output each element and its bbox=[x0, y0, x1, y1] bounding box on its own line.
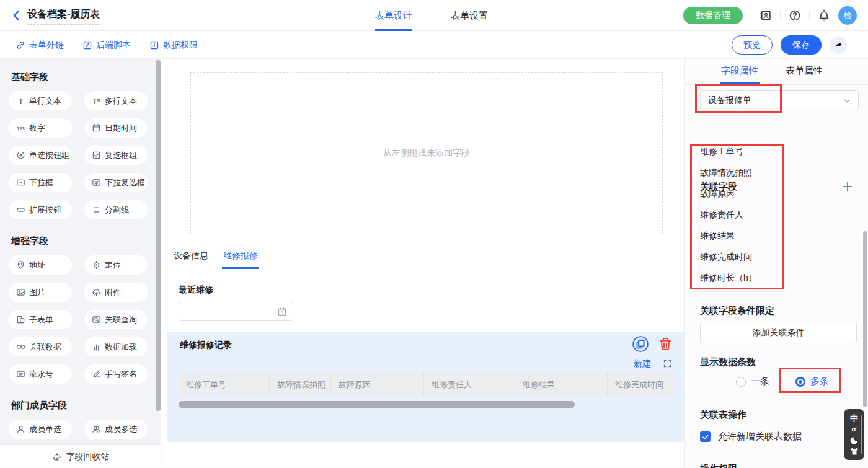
ime-language-indicator[interactable]: 中 bbox=[849, 413, 859, 423]
recent-repair-date-input[interactable]: 7 bbox=[179, 302, 293, 321]
allow-add-option[interactable]: 允许新增关联表数据 bbox=[700, 431, 802, 443]
help-icon[interactable] bbox=[789, 9, 801, 22]
field-pill-关联数据[interactable]: 关联数据 bbox=[9, 337, 72, 356]
linked-field-item[interactable]: 故障原因 bbox=[700, 183, 824, 204]
properties-tab-1[interactable]: 表单属性 bbox=[784, 59, 824, 84]
table-column-header: 维修责任人 bbox=[424, 373, 515, 396]
properties-tab-bar: 字段属性表单属性 bbox=[685, 59, 868, 85]
toolbar-link-label: 数据权限 bbox=[163, 40, 198, 51]
header-tab-1[interactable]: 表单设置 bbox=[451, 0, 488, 31]
linked-fields-list: 维修工单号故障情况拍照故障原因维修责任人维修结果维修完成时间维修时长（h） bbox=[700, 141, 824, 288]
toolbar-link-1[interactable]: 后端脚本 bbox=[82, 40, 131, 51]
field-pill-label: 关联查询 bbox=[105, 314, 137, 325]
data-manage-button[interactable]: 数据管理 bbox=[683, 7, 743, 24]
check-icon bbox=[702, 433, 709, 441]
field-pill-地址[interactable]: 地址 bbox=[9, 255, 72, 275]
page-scrollbar[interactable] bbox=[863, 231, 867, 407]
field-pill-流水号[interactable]: 流水号 bbox=[9, 364, 72, 384]
linked-field-item[interactable]: 维修责任人 bbox=[700, 204, 824, 225]
field-pill-下拉框[interactable]: 下拉框 bbox=[9, 173, 72, 192]
field-pill-扩展按钮[interactable]: 扩展按钮 bbox=[9, 200, 72, 219]
display-count-title: 显示数据条数 bbox=[700, 356, 756, 368]
repair-records-panel[interactable]: 维修报修记录 新建 维修工单号故障情况拍照故障原因维修责任人维修结果维修完成时间 bbox=[167, 332, 684, 442]
field-palette-sections: 基础字段T单行文本T多行文本123数字日期时间单选按钮组复选框组下拉框下拉复选框… bbox=[0, 59, 161, 466]
sidebar-scrollbar[interactable] bbox=[156, 60, 161, 411]
field-pill-label: 成员单选 bbox=[29, 424, 61, 435]
dark-mode-moon-icon[interactable] bbox=[849, 435, 859, 445]
field-pill-子表单[interactable]: 子表单 bbox=[9, 310, 72, 329]
canvas-tab-0[interactable]: 设备信息 bbox=[172, 250, 210, 268]
field-pill-多行文本[interactable]: T多行文本 bbox=[84, 91, 148, 110]
checkbox-group-icon bbox=[92, 151, 101, 160]
linked-form-select[interactable]: 设备报修单 bbox=[700, 90, 859, 110]
display-option-1[interactable]: 多条 bbox=[795, 376, 829, 387]
preview-button[interactable]: 预览 bbox=[732, 35, 773, 55]
field-pill-单选按钮组[interactable]: 单选按钮组 bbox=[9, 146, 72, 165]
address-book-icon[interactable] bbox=[760, 9, 772, 22]
field-pill-图片[interactable]: 图片 bbox=[9, 283, 72, 302]
copy-field-icon[interactable] bbox=[632, 336, 649, 352]
field-recycle-bin[interactable]: 字段回收站 bbox=[0, 444, 161, 468]
radio-unchecked[interactable] bbox=[736, 377, 746, 387]
divider-icon bbox=[92, 205, 101, 214]
field-pill-单行文本[interactable]: T单行文本 bbox=[9, 91, 72, 110]
properties-tab-0[interactable]: 字段属性 bbox=[720, 59, 760, 84]
field-pill-数字[interactable]: 123数字 bbox=[9, 118, 72, 138]
canvas-tab-1[interactable]: 维修报修 bbox=[222, 250, 259, 268]
save-button[interactable]: 保存 bbox=[781, 35, 822, 55]
toolbar-link-0[interactable]: 表单外链 bbox=[16, 40, 64, 51]
field-pill-定位[interactable]: 定位 bbox=[84, 255, 148, 275]
field-pill-数据加载[interactable]: 数据加载 bbox=[84, 337, 148, 356]
field-pill-label: 下拉框 bbox=[29, 177, 53, 188]
field-pill-关联查询[interactable]: 关联查询 bbox=[84, 310, 148, 329]
table-horizontal-scrollbar[interactable] bbox=[179, 401, 575, 408]
theme-shirt-icon[interactable] bbox=[849, 446, 859, 456]
field-pill-附件[interactable]: 附件 bbox=[84, 283, 148, 302]
field-pill-成员单选[interactable]: 成员单选 bbox=[9, 420, 72, 439]
signature-icon bbox=[92, 369, 101, 379]
field-pill-label: 附件 bbox=[105, 287, 121, 298]
add-linked-field-icon[interactable] bbox=[842, 181, 853, 192]
repair-records-title: 维修报修记录 bbox=[180, 340, 232, 351]
header-tab-0[interactable]: 表单设计 bbox=[375, 0, 412, 31]
add-condition-button[interactable]: 添加关联条件 bbox=[700, 322, 857, 343]
share-button[interactable] bbox=[830, 37, 847, 54]
field-pill-成员多选[interactable]: 成员多选 bbox=[84, 420, 148, 439]
avatar[interactable]: 检 bbox=[838, 6, 857, 25]
new-record-link[interactable]: 新建 bbox=[634, 358, 651, 369]
back-icon[interactable] bbox=[10, 9, 22, 22]
toolbar-right-cluster: 预览 保存 bbox=[732, 31, 847, 59]
field-pill-label: 多行文本 bbox=[105, 95, 137, 107]
linked-field-item[interactable]: 维修完成时间 bbox=[700, 246, 824, 267]
ime-mark-icon[interactable] bbox=[849, 424, 859, 434]
display-option-0[interactable]: 一条 bbox=[736, 376, 769, 387]
expand-icon[interactable] bbox=[663, 359, 672, 368]
svg-text:7: 7 bbox=[281, 311, 283, 315]
field-pill-下拉复选框[interactable]: 下拉复选框 bbox=[84, 173, 148, 192]
display-count-options: 一条多条 bbox=[736, 376, 829, 387]
calendar-icon: 7 bbox=[277, 307, 287, 317]
field-pill-手写签名[interactable]: 手写签名 bbox=[84, 364, 148, 384]
svg-text:T: T bbox=[19, 97, 24, 105]
multi-select-icon bbox=[92, 178, 101, 187]
radio-group-icon bbox=[16, 151, 25, 160]
linked-field-item[interactable]: 维修结果 bbox=[700, 225, 824, 246]
linked-field-item[interactable]: 故障情况拍照 bbox=[700, 162, 824, 183]
toolbar-link-2[interactable]: 数据权限 bbox=[149, 40, 198, 51]
canvas-dropzone[interactable]: 从左侧拖拽来添加字段 bbox=[190, 72, 663, 234]
field-pill-分割线[interactable]: 分割线 bbox=[84, 200, 148, 219]
allow-add-checkbox[interactable] bbox=[700, 431, 711, 442]
table-column-header: 故障情况拍照 bbox=[270, 373, 331, 396]
linked-field-item[interactable]: 维修时长（h） bbox=[700, 267, 824, 288]
delete-field-icon[interactable] bbox=[657, 336, 673, 352]
linked-field-item[interactable]: 维修工单号 bbox=[700, 141, 824, 162]
field-pill-label: 下拉复选框 bbox=[105, 177, 145, 188]
divider bbox=[657, 359, 657, 368]
notification-bell-icon[interactable] bbox=[818, 9, 830, 22]
field-pill-日期时间[interactable]: 日期时间 bbox=[84, 118, 148, 138]
field-pill-复选框组[interactable]: 复选框组 bbox=[84, 146, 148, 165]
radio-checked[interactable] bbox=[795, 377, 805, 387]
ime-floating-widget[interactable]: 中 bbox=[844, 409, 864, 460]
canvas-tab-bar: 设备信息维修报修 bbox=[161, 250, 684, 268]
field-pill-label: 手写签名 bbox=[105, 369, 137, 380]
